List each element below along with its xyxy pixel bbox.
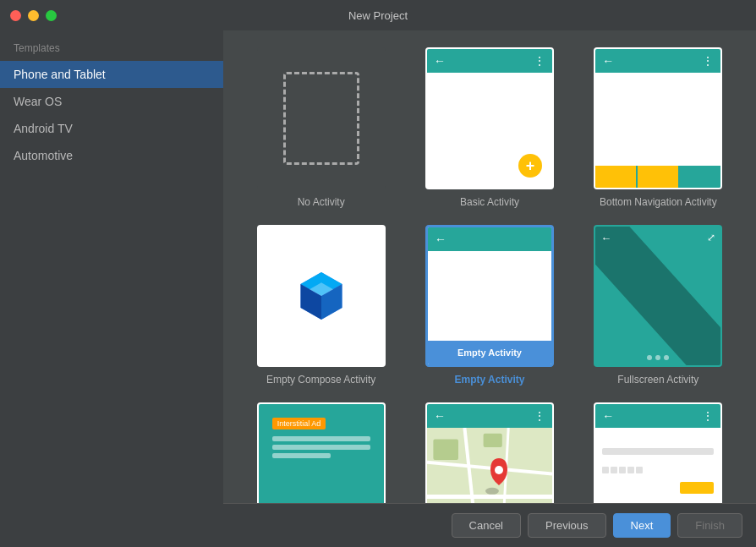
template-interstitial-ad[interactable]: Interstitial Ad Interstitial Ad (244, 402, 398, 503)
title-bar: New Project (0, 0, 756, 30)
svg-point-14 (495, 466, 503, 474)
maps-body (427, 428, 552, 503)
fullscreen-back-icon: ← (600, 232, 611, 244)
fab-button: + (518, 154, 542, 178)
menu-dots-icon: ⋮ (534, 409, 545, 423)
template-maps-thumb: ← ⋮ (425, 402, 554, 503)
close-button[interactable] (10, 10, 21, 21)
template-no-activity-thumb (257, 47, 386, 189)
map-svg (427, 428, 552, 503)
sidebar-item-wear-os[interactable]: Wear OS (0, 88, 223, 115)
login-field-1 (602, 448, 714, 455)
basic-phone-mockup: ← ⋮ + (427, 49, 552, 188)
maximize-button[interactable] (46, 10, 57, 21)
back-arrow-icon: ← (602, 54, 614, 68)
sidebar-item-phone-tablet[interactable]: Phone and Tablet (0, 61, 223, 88)
template-bottom-nav-label: Bottom Navigation Activity (600, 196, 717, 208)
svg-line-5 (595, 227, 720, 365)
star-3 (619, 467, 626, 473)
compose-logo-icon (292, 266, 351, 325)
template-no-activity[interactable]: No Activity (244, 47, 398, 208)
template-basic-label: Basic Activity (460, 196, 519, 208)
login-stars (602, 467, 714, 473)
expand-icon: ⤢ (707, 232, 715, 243)
content-area: No Activity ← ⋮ + Basic Activity (223, 30, 756, 547)
sidebar-item-automotive[interactable]: Automotive (0, 142, 223, 169)
back-arrow-icon: ← (434, 409, 446, 423)
ad-line-2 (272, 445, 370, 450)
login-submit-btn (680, 482, 714, 494)
template-bottom-nav[interactable]: ← ⋮ Bottom Navigation Act (581, 47, 736, 208)
window-controls (10, 10, 57, 21)
basic-body: + (427, 73, 552, 188)
dot-3 (664, 355, 669, 360)
sidebar-section-label: Templates (0, 37, 223, 61)
ad-line-3 (272, 453, 331, 458)
window-title: New Project (348, 9, 408, 22)
template-fullscreen-label: Fullscreen Activity (617, 374, 698, 386)
dashed-rect (283, 72, 359, 165)
login-mockup: ← ⋮ (595, 404, 720, 503)
template-empty-activity-label: Empty Activity (455, 374, 525, 386)
template-fullscreen-thumb: ← ⤢ (594, 225, 722, 367)
bottom-nav-bar (595, 166, 720, 188)
login-body (595, 428, 720, 503)
minimize-button[interactable] (28, 10, 39, 21)
template-bottom-nav-thumb: ← ⋮ (594, 47, 722, 189)
template-google-maps[interactable]: ← ⋮ (412, 402, 567, 503)
maps-topbar: ← ⋮ (427, 404, 552, 428)
sidebar: Templates Phone and Tablet Wear OS Andro… (0, 30, 223, 547)
template-fullscreen[interactable]: ← ⤢ Fullscreen Activity (581, 225, 736, 386)
star-2 (611, 467, 617, 473)
empty-topbar: ← (428, 227, 551, 251)
bottom-nav-items (595, 166, 720, 188)
star-5 (636, 467, 643, 473)
template-empty-activity[interactable]: ← Empty Activity Empty Activity (412, 225, 567, 386)
previous-button[interactable]: Previous (528, 513, 606, 538)
maps-mockup: ← ⋮ (427, 404, 552, 503)
fullscreen-diagonal-icon (595, 227, 720, 365)
template-basic-activity[interactable]: ← ⋮ + Basic Activity (412, 47, 567, 208)
template-basic-activity-thumb: ← ⋮ + (425, 47, 554, 189)
menu-dots-icon: ⋮ (702, 409, 714, 423)
spacer (602, 435, 714, 445)
template-empty-activity-thumb: ← Empty Activity (425, 225, 554, 367)
footer-bar: Cancel Previous Next Finish (223, 503, 756, 547)
back-arrow-icon: ← (435, 232, 446, 246)
template-no-activity-label: No Activity (298, 196, 345, 208)
nav-item-2 (638, 166, 680, 188)
template-empty-compose-thumb (257, 225, 386, 367)
bottom-nav-mockup: ← ⋮ (595, 49, 720, 188)
svg-rect-11 (433, 440, 458, 460)
login-topbar: ← ⋮ (595, 404, 720, 428)
sidebar-item-android-tv[interactable]: Android TV (0, 115, 223, 142)
nav-item-3 (680, 166, 720, 188)
dot-2 (655, 355, 660, 360)
bottom-nav-body (595, 73, 720, 166)
nav-item-1 (595, 166, 638, 188)
phone-dots (647, 355, 669, 360)
svg-point-13 (485, 488, 499, 495)
bottom-nav-topbar: ← ⋮ (595, 49, 720, 73)
next-button[interactable]: Next (613, 513, 671, 538)
finish-button[interactable]: Finish (677, 513, 742, 538)
ad-lines (272, 436, 370, 458)
login-btn-wrap (602, 479, 714, 494)
selected-label-text: Empty Activity (457, 347, 522, 358)
main-container: Templates Phone and Tablet Wear OS Andro… (0, 30, 756, 547)
ad-badge: Interstitial Ad (272, 418, 326, 429)
spacer2 (602, 458, 714, 462)
template-empty-compose[interactable]: Empty Compose Activity (244, 225, 398, 386)
fullscreen-icons: ⤢ (707, 232, 715, 243)
ad-line-1 (272, 436, 370, 441)
menu-dots-icon: ⋮ (702, 54, 714, 68)
back-arrow-icon: ← (602, 409, 614, 423)
cancel-button[interactable]: Cancel (452, 513, 521, 538)
template-interstitial-thumb: Interstitial Ad (257, 402, 386, 503)
template-login-thumb: ← ⋮ (594, 402, 722, 503)
basic-topbar: ← ⋮ (427, 49, 552, 73)
menu-dots-icon: ⋮ (534, 54, 545, 68)
template-login[interactable]: ← ⋮ (581, 402, 736, 503)
star-1 (602, 467, 609, 473)
dot-1 (647, 355, 652, 360)
